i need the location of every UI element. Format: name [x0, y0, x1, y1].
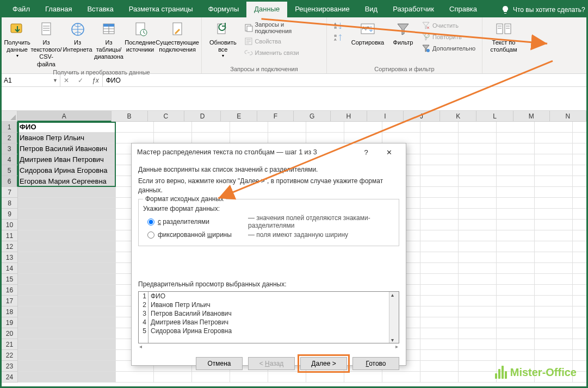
cell[interactable] — [382, 122, 420, 133]
cell[interactable] — [420, 187, 459, 198]
cell[interactable] — [192, 133, 230, 143]
cell[interactable] — [420, 230, 459, 241]
dialog-titlebar[interactable]: Мастер распределения текста по столбцам … — [132, 143, 406, 161]
row-header[interactable]: 4 — [2, 154, 18, 165]
cell[interactable] — [573, 328, 586, 339]
row-header[interactable]: 21 — [2, 339, 18, 350]
filter-button[interactable]: Фильтр — [387, 18, 419, 46]
cell[interactable] — [459, 198, 497, 209]
cell[interactable] — [573, 154, 586, 165]
cell[interactable] — [573, 165, 586, 176]
select-all-button[interactable] — [2, 111, 17, 122]
cell[interactable] — [573, 122, 586, 133]
cell[interactable] — [535, 209, 573, 220]
advanced-filter-button[interactable]: Дополнительно — [419, 43, 478, 53]
cell[interactable] — [497, 252, 535, 263]
cell[interactable] — [268, 133, 306, 143]
cell[interactable] — [535, 350, 573, 361]
cell[interactable] — [18, 317, 116, 328]
cell[interactable] — [459, 285, 497, 296]
cell[interactable] — [497, 306, 535, 317]
cell[interactable] — [420, 361, 459, 372]
row-header[interactable]: 5 — [2, 165, 18, 176]
cell[interactable] — [459, 263, 497, 274]
cell[interactable] — [382, 133, 420, 143]
cell[interactable] — [573, 252, 586, 263]
cell[interactable] — [420, 317, 459, 328]
cell[interactable] — [497, 339, 535, 350]
col-header-F[interactable]: F — [257, 111, 294, 122]
cell[interactable] — [459, 296, 497, 306]
cell[interactable] — [535, 133, 573, 143]
cell[interactable] — [535, 285, 573, 296]
accept-formula-icon[interactable]: ✓ — [78, 77, 83, 84]
cell[interactable] — [535, 187, 573, 198]
tab-insert[interactable]: Вставка — [79, 2, 121, 17]
cell[interactable] — [573, 133, 586, 143]
cell[interactable] — [497, 133, 535, 143]
col-header-K[interactable]: K — [440, 111, 476, 122]
cell[interactable] — [459, 230, 497, 241]
cell[interactable] — [573, 263, 586, 274]
cell[interactable]: Егорова Мария Сергеевна — [18, 176, 116, 187]
cell[interactable] — [459, 328, 497, 339]
col-header-E[interactable]: E — [221, 111, 257, 122]
tab-review[interactable]: Рецензирование — [287, 2, 357, 17]
cell[interactable] — [18, 328, 116, 339]
cell[interactable] — [497, 165, 535, 176]
cell[interactable]: Иванов Петр Ильич — [18, 133, 116, 143]
cell[interactable] — [459, 154, 497, 165]
cell[interactable] — [420, 296, 459, 306]
cell[interactable] — [116, 133, 154, 143]
cell[interactable] — [420, 339, 459, 350]
cell[interactable] — [459, 133, 497, 143]
cell[interactable] — [420, 328, 459, 339]
row-header[interactable]: 20 — [2, 328, 18, 339]
next-button[interactable]: Далее > — [300, 357, 347, 370]
cancel-formula-icon[interactable]: ✕ — [64, 77, 69, 84]
row-header[interactable]: 9 — [2, 209, 18, 220]
cell[interactable] — [18, 306, 116, 317]
cell[interactable] — [420, 285, 459, 296]
cell[interactable] — [18, 187, 116, 198]
row-header[interactable]: 8 — [2, 198, 18, 209]
row-header[interactable]: 3 — [2, 143, 18, 154]
cell[interactable] — [573, 339, 586, 350]
cell[interactable] — [497, 122, 535, 133]
cell[interactable] — [268, 122, 306, 133]
col-header-D[interactable]: D — [184, 111, 221, 122]
dialog-help-button[interactable]: ? — [355, 145, 377, 160]
cell[interactable] — [344, 122, 382, 133]
cell[interactable] — [459, 143, 497, 154]
cell[interactable] — [420, 143, 459, 154]
name-box[interactable]: ▼ — [2, 74, 60, 86]
cell[interactable] — [420, 252, 459, 263]
cell[interactable] — [535, 220, 573, 230]
cell[interactable] — [230, 133, 268, 143]
queries-connections-button[interactable]: Запросы и подключения — [242, 21, 324, 35]
row-header[interactable]: 10 — [2, 220, 18, 230]
cell[interactable] — [459, 220, 497, 230]
cell[interactable] — [459, 306, 497, 317]
cell[interactable] — [192, 122, 230, 133]
cell[interactable] — [535, 165, 573, 176]
tab-view[interactable]: Вид — [357, 2, 386, 17]
row-header[interactable]: 12 — [2, 241, 18, 252]
cell[interactable] — [459, 372, 497, 383]
cell[interactable] — [535, 306, 573, 317]
cell[interactable] — [18, 241, 116, 252]
row-header[interactable]: 24 — [2, 372, 18, 383]
row-header[interactable]: 1 — [2, 122, 18, 133]
name-box-input[interactable] — [4, 77, 47, 84]
col-header-B[interactable]: B — [112, 111, 148, 122]
cell[interactable] — [497, 198, 535, 209]
cell[interactable] — [420, 220, 459, 230]
recent-sources-button[interactable]: Последние источники — [125, 18, 156, 53]
dialog-close-button[interactable]: ✕ — [377, 145, 400, 160]
cell[interactable] — [573, 187, 586, 198]
cell[interactable] — [497, 230, 535, 241]
cell[interactable] — [573, 176, 586, 187]
name-box-dropdown-icon[interactable]: ▼ — [53, 78, 58, 83]
cell[interactable] — [459, 241, 497, 252]
cell[interactable] — [18, 350, 116, 361]
